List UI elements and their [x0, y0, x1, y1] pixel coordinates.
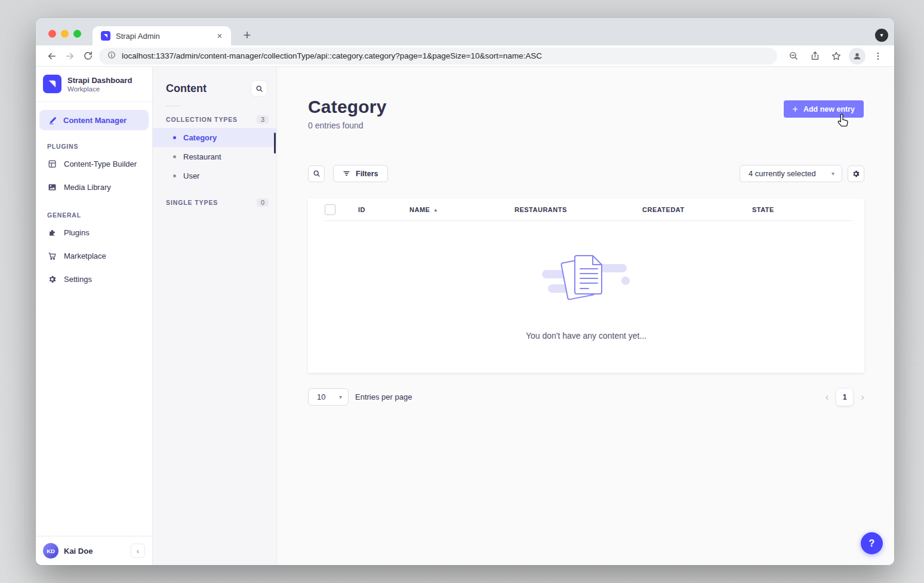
search-icon	[255, 85, 263, 93]
sidebar-item-content-manager[interactable]: Content Manager	[39, 110, 149, 130]
table-settings-button[interactable]	[848, 165, 864, 182]
subnav-item-label: Restaurant	[183, 152, 221, 161]
plus-icon: +	[793, 105, 798, 114]
user-avatar: KD	[43, 543, 58, 559]
zoom-icon[interactable]	[784, 47, 802, 65]
browser-toolbar: localhost:1337/admin/content-manager/col…	[36, 45, 894, 67]
add-new-entry-button[interactable]: + Add new entry	[784, 100, 864, 118]
user-profile-row[interactable]: KD Kai Doe ‹	[36, 536, 152, 565]
new-tab-button[interactable]: +	[239, 27, 255, 44]
divider	[166, 106, 180, 106]
column-header-state[interactable]: STATE	[752, 206, 852, 213]
desktop: Strapi Admin × + ▾ localhost:1337/admin/…	[0, 0, 924, 583]
page-size-value: 10	[317, 392, 339, 401]
sidebar-item-content-type-builder[interactable]: Content-Type Builder	[36, 152, 152, 176]
browser-extension-icon[interactable]: ▾	[875, 29, 888, 42]
filters-button[interactable]: Filters	[333, 165, 388, 182]
chevron-down-icon: ▾	[339, 394, 342, 400]
previous-page-icon[interactable]: ‹	[826, 392, 829, 402]
search-icon	[313, 170, 321, 177]
columns-visibility-select[interactable]: 4 currently selected ▾	[740, 165, 842, 182]
site-info-icon[interactable]	[107, 51, 116, 62]
toolbar-actions	[784, 47, 887, 65]
scrollbar-thumb[interactable]	[274, 133, 276, 154]
sidebar-item-label: Plugins	[64, 228, 90, 237]
sort-ascending-icon: ▴	[434, 207, 437, 213]
bullet-icon	[173, 155, 176, 158]
browser-menu-icon[interactable]	[869, 47, 887, 65]
entries-table: ID NAME ▴ RESTAURANTS CREATEDAT STATE	[308, 198, 864, 373]
pen-icon	[48, 116, 57, 125]
url-text: localhost:1337/admin/content-manager/col…	[122, 51, 542, 60]
columns-select-value: 4 currently selected	[749, 169, 827, 178]
empty-state-message: You don't have any content yet...	[526, 331, 646, 340]
address-bar[interactable]: localhost:1337/admin/content-manager/col…	[99, 48, 777, 65]
window-controls	[48, 30, 81, 38]
cart-icon	[47, 251, 57, 260]
strapi-app: Strapi Dashboard Workplace Content Manag…	[36, 67, 894, 565]
subnav-title: Content	[166, 82, 207, 95]
column-header-restaurants[interactable]: RESTAURANTS	[515, 206, 642, 213]
column-header-name[interactable]: NAME ▴	[409, 206, 515, 213]
next-page-icon[interactable]: ›	[861, 392, 864, 402]
select-all-checkbox[interactable]	[325, 204, 335, 215]
main-sidebar: Strapi Dashboard Workplace Content Manag…	[36, 67, 153, 565]
chevron-down-icon: ▾	[831, 170, 834, 177]
sidebar-item-label: Settings	[64, 275, 92, 284]
bookmark-star-icon[interactable]	[827, 47, 845, 65]
subnav-item-label: User	[183, 171, 199, 180]
sidebar-item-label: Marketplace	[64, 251, 106, 260]
strapi-favicon-icon	[101, 31, 110, 41]
gear-icon	[852, 170, 860, 178]
sidebar-item-label: Content Manager	[63, 116, 127, 125]
layout-grid-icon	[47, 159, 57, 168]
sidebar-item-media-library[interactable]: Media Library	[36, 176, 152, 199]
tab-close-icon[interactable]: ×	[214, 30, 225, 41]
workspace-name: Workplace	[67, 85, 132, 93]
table-search-button[interactable]	[308, 165, 325, 182]
subnav-item-label: Category	[183, 133, 217, 142]
single-types-label: SINGLE TYPES	[166, 199, 218, 206]
sidebar-item-plugins[interactable]: Plugins	[36, 221, 152, 244]
sidebar-item-settings[interactable]: Settings	[36, 268, 152, 291]
share-icon[interactable]	[806, 47, 824, 65]
user-name: Kai Doe	[64, 547, 125, 556]
sidebar-item-marketplace[interactable]: Marketplace	[36, 244, 152, 268]
close-window-button[interactable]	[48, 30, 56, 38]
subnav-item-user[interactable]: User	[153, 166, 276, 185]
app-name: Strapi Dashboard	[67, 76, 132, 85]
minimize-window-button[interactable]	[61, 30, 69, 38]
subnav-item-restaurant[interactable]: Restaurant	[153, 147, 276, 166]
empty-documents-illustration	[541, 250, 632, 309]
browser-titlebar: Strapi Admin × + ▾	[36, 18, 894, 45]
add-new-entry-label: Add new entry	[803, 105, 855, 113]
pagination-bar: 10 ▾ Entries per page ‹ 1 ›	[308, 388, 864, 406]
browser-profile-avatar[interactable]	[849, 48, 866, 65]
collection-types-label: COLLECTION TYPES	[166, 116, 238, 123]
help-button[interactable]: ?	[861, 532, 883, 554]
column-header-id[interactable]: ID	[358, 206, 409, 213]
workspace-header[interactable]: Strapi Dashboard Workplace	[36, 67, 152, 102]
content-subnav: Content COLLECTION TYPES 3 Category Res	[153, 67, 277, 565]
chevron-left-icon: ‹	[137, 547, 139, 556]
collapse-sidebar-button[interactable]: ‹	[131, 544, 145, 558]
page-size-select[interactable]: 10 ▾	[308, 388, 349, 406]
forward-icon[interactable]	[61, 47, 79, 65]
sidebar-item-label: Content-Type Builder	[64, 159, 137, 168]
subnav-search-button[interactable]	[251, 80, 267, 97]
page-navigation: ‹ 1 ›	[826, 389, 864, 406]
back-icon[interactable]	[43, 47, 61, 65]
entries-per-page-label: Entries per page	[355, 392, 412, 401]
subnav-item-category[interactable]: Category	[153, 128, 276, 147]
page-title: Category	[308, 97, 387, 117]
column-header-createdat[interactable]: CREATEDAT	[642, 206, 752, 213]
empty-state: You don't have any content yet...	[308, 220, 864, 373]
plugins-section-label: PLUGINS	[36, 130, 152, 152]
browser-tab[interactable]: Strapi Admin ×	[93, 26, 231, 45]
main-content: Category 0 entries found + Add new entry…	[277, 67, 894, 565]
reload-icon[interactable]	[79, 47, 97, 65]
maximize-window-button[interactable]	[73, 30, 81, 38]
current-page-button[interactable]: 1	[836, 389, 853, 406]
sidebar-item-label: Media Library	[64, 183, 111, 192]
divider	[36, 102, 152, 102]
